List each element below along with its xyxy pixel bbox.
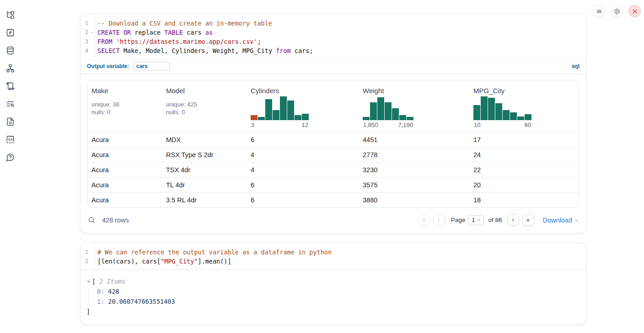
histogram-bar: [287, 100, 294, 120]
column-histogram: 1,8507,190: [363, 96, 466, 128]
sidebar-item-search[interactable]: [5, 99, 15, 109]
sql-code-editor[interactable]: 1-- Download a CSV and create an in-memo…: [80, 14, 586, 59]
histogram-bar: [399, 115, 406, 120]
tree-item: 0:428: [97, 286, 579, 296]
sidebar: [0, 0, 20, 162]
tree-header: [ 2 Items: [86, 278, 579, 285]
sidebar-item-dependencies[interactable]: [5, 63, 15, 73]
histogram-bar: [517, 116, 524, 120]
page-select-value: 1: [472, 217, 475, 223]
table-cell: TL 4dr: [162, 181, 247, 189]
page-total-label: of 86: [488, 217, 502, 223]
python-cell: 1# We can reference the output variable …: [80, 243, 586, 325]
sidebar-item-logs[interactable]: [5, 81, 15, 91]
table-cell: 6: [247, 196, 359, 204]
tree-item-key: 1:: [97, 298, 104, 305]
next-page-button[interactable]: ›: [507, 214, 519, 226]
table-row[interactable]: AcuraTSX 4dr4323022: [88, 162, 579, 177]
code-text: FROM 'https://datasets.marimo.app/cars.c…: [95, 37, 261, 46]
page-select[interactable]: 1: [468, 215, 484, 225]
table-row[interactable]: AcuraRSX Type S 2dr4277824: [88, 147, 579, 162]
line-number: 1: [80, 248, 88, 257]
sidebar-item-snippets[interactable]: [5, 134, 15, 144]
stat-line: nulls: 0: [91, 108, 159, 116]
search-icon: [88, 216, 96, 224]
network-graph-icon: [6, 64, 15, 73]
last-page-button[interactable]: »: [522, 214, 534, 226]
python-code-editor[interactable]: 1# We can reference the output variable …: [80, 243, 586, 270]
column-title: Model: [166, 87, 243, 95]
tree-items: 0:4281:20.060747663551403: [89, 286, 579, 307]
sidebar-item-documentation[interactable]: [5, 116, 15, 127]
column-header: Makeunique: 38nulls: 0: [88, 80, 162, 132]
histogram-bar: [273, 110, 279, 120]
code-token: # We can reference the output variable a…: [97, 248, 332, 256]
column-stats: unique: 38nulls: 0: [91, 100, 159, 116]
code-line: 1# We can reference the output variable …: [80, 248, 586, 257]
axis-max-label: 60: [525, 122, 531, 128]
table-row[interactable]: AcuraMDX6445117: [88, 132, 579, 147]
histogram-bar: [503, 110, 510, 120]
page-label: Page: [451, 217, 466, 223]
histogram-bar: [392, 108, 399, 120]
table-cell: TSX 4dr: [162, 166, 247, 174]
table-row[interactable]: AcuraTL 4dr6357520: [88, 177, 579, 192]
histogram-axis-labels: 312: [251, 122, 309, 128]
sidebar-item-file-explorer[interactable]: [5, 10, 15, 20]
prev-page-button[interactable]: ‹: [433, 214, 445, 226]
tree-collapse-icon[interactable]: [86, 279, 92, 284]
column-header: Weight1,8507,190: [359, 80, 470, 132]
line-gutter: 3: [80, 37, 95, 46]
code-token: ;: [258, 38, 261, 45]
fold-chevron-icon[interactable]: [88, 31, 95, 35]
column-histogram: 1060: [473, 96, 575, 128]
table-cell: 2778: [359, 151, 470, 159]
histogram-bar: [495, 103, 502, 120]
table-cell: 3575: [359, 181, 470, 189]
histogram-bar: [265, 99, 272, 120]
settings-button[interactable]: [611, 5, 623, 17]
code-token: CREATE: [97, 29, 120, 36]
output-variable-input[interactable]: [133, 62, 170, 70]
sidebar-item-help[interactable]: [5, 152, 15, 162]
topbar-actions: [593, 5, 641, 17]
download-button[interactable]: Download: [543, 217, 579, 224]
histogram-bar: [258, 117, 265, 120]
table-cell: 17: [470, 136, 579, 143]
axis-max-label: 7,190: [398, 122, 413, 128]
line-number: 1: [80, 19, 88, 28]
data-table: Makeunique: 38nulls: 0Modelunique: 425nu…: [87, 80, 579, 208]
line-number: 2: [80, 28, 88, 37]
column-title: Cylinders: [251, 87, 355, 95]
tree-open-bracket: [: [92, 278, 96, 285]
histogram-bar: [407, 117, 413, 120]
column-header: Modelunique: 425nulls: 0: [162, 80, 247, 132]
first-page-button[interactable]: «: [418, 214, 430, 226]
chevron-down-icon: [477, 218, 481, 222]
table-cell: Acura: [88, 136, 162, 143]
table-header: Makeunique: 38nulls: 0Modelunique: 425nu…: [88, 80, 579, 132]
table-cell: Acura: [88, 181, 162, 189]
table-row[interactable]: Acura3.5 RL 4dr6388018: [88, 192, 579, 207]
histogram-bar: [251, 115, 258, 120]
table-footer: 428 rows « ‹ Page 1 of 86 › » Download: [80, 208, 586, 233]
code-text: [len(cars), cars["MPG_City"].mean()]: [95, 257, 231, 266]
histogram-bar: [525, 114, 531, 120]
line-gutter: 2: [80, 28, 95, 37]
histogram-bar: [481, 96, 488, 120]
sidebar-item-data-sources[interactable]: [5, 45, 15, 55]
table-cell: 6: [247, 181, 359, 189]
code-line: 4SELECT Make, Model, Cylinders, Weight, …: [80, 46, 586, 55]
code-token: TABLE: [164, 29, 183, 36]
code-token: FROM: [97, 38, 113, 45]
code-token: [120, 29, 123, 36]
menu-button[interactable]: [593, 5, 605, 17]
table-search-button[interactable]: [88, 216, 97, 225]
code-token: [113, 38, 116, 45]
histogram-bar: [302, 114, 309, 120]
close-button[interactable]: [628, 5, 641, 17]
sidebar-item-variables[interactable]: [5, 27, 15, 37]
code-text: SELECT Make, Model, Cylinders, Weight, M…: [95, 46, 313, 55]
code-token: ].mean()]: [198, 258, 231, 265]
table-cell: 3230: [359, 166, 470, 174]
